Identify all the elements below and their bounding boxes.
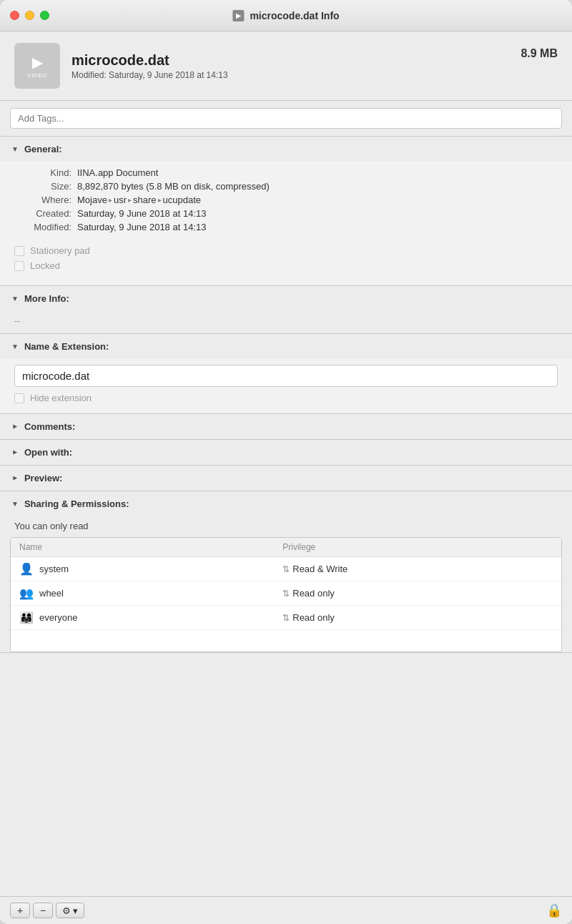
open-with-triangle: ▼ bbox=[11, 449, 19, 456]
hide-extension-row: Hide extension bbox=[14, 393, 558, 403]
open-with-title: Open with: bbox=[24, 447, 72, 458]
username-system: system bbox=[39, 564, 69, 574]
name-extension-triangle: ▼ bbox=[11, 343, 19, 350]
open-with-section: ▼ Open with: bbox=[0, 440, 572, 466]
created-label: Created: bbox=[14, 208, 72, 219]
sharing-header[interactable]: ▼ Sharing & Permissions: bbox=[0, 491, 572, 516]
preview-header[interactable]: ▼ Preview: bbox=[0, 466, 572, 491]
privilege-everyone: Read only bbox=[292, 612, 335, 623]
kind-row: Kind: IINA.app Document bbox=[14, 167, 558, 178]
kind-label: Kind: bbox=[14, 167, 72, 178]
col-privilege: Privilege bbox=[274, 538, 561, 557]
stationery-row: Stationery pad bbox=[14, 245, 558, 256]
stationery-checkbox[interactable] bbox=[14, 246, 24, 256]
locked-row: Locked bbox=[14, 260, 558, 271]
general-section: ▼ General: Kind: IINA.app Document Size:… bbox=[0, 137, 572, 286]
locked-checkbox[interactable] bbox=[14, 261, 24, 271]
traffic-lights bbox=[10, 11, 49, 20]
more-info-triangle: ▼ bbox=[11, 295, 19, 303]
comments-header[interactable]: ▼ Comments: bbox=[0, 414, 572, 439]
user-icon-system: 👤 bbox=[19, 562, 34, 576]
privilege-wheel: Read only bbox=[292, 588, 335, 599]
username-wheel: wheel bbox=[39, 588, 64, 599]
open-with-header[interactable]: ▼ Open with: bbox=[0, 440, 572, 465]
remove-button[interactable]: − bbox=[33, 903, 53, 918]
permissions-note: You can only read bbox=[0, 516, 572, 537]
lock-icon[interactable]: 🔒 bbox=[546, 903, 562, 918]
privilege-cell-everyone: ⇅ Read only bbox=[274, 606, 561, 630]
file-header: ▶ VIDEO microcode.dat Modified: Saturday… bbox=[0, 31, 572, 101]
filename-input[interactable] bbox=[14, 365, 558, 387]
table-row: 👥 wheel ⇅ Read only bbox=[11, 581, 561, 606]
tags-input[interactable] bbox=[10, 108, 562, 129]
locked-label: Locked bbox=[30, 260, 60, 271]
gear-icon: ⚙ bbox=[62, 905, 71, 916]
more-info-section: ▼ More Info: -- bbox=[0, 286, 572, 334]
sharing-section: ▼ Sharing & Permissions: You can only re… bbox=[0, 491, 572, 653]
tags-section bbox=[0, 101, 572, 137]
titlebar: ▶ microcode.dat Info bbox=[0, 0, 572, 31]
table-spacer bbox=[11, 630, 561, 652]
file-modified-date: Modified: Saturday, 9 June 2018 at 14:13 bbox=[72, 70, 509, 80]
sort-arrows-wheel: ⇅ bbox=[282, 589, 290, 599]
created-value: Saturday, 9 June 2018 at 14:13 bbox=[77, 208, 206, 219]
user-cell-system: 👤 system bbox=[11, 557, 274, 581]
file-icon: ▶ VIDEO bbox=[14, 43, 60, 89]
privilege-cell-system: ⇅ Read & Write bbox=[274, 557, 561, 581]
user-icon-wheel: 👥 bbox=[19, 586, 34, 600]
add-button[interactable]: + bbox=[10, 903, 30, 918]
preview-triangle: ▼ bbox=[11, 475, 19, 482]
preview-section: ▼ Preview: bbox=[0, 466, 572, 491]
where-label: Where: bbox=[14, 195, 72, 205]
comments-section: ▼ Comments: bbox=[0, 414, 572, 440]
table-row: 👤 system ⇅ Read & Write bbox=[11, 557, 561, 581]
where-row: Where: Mojave ▸ usr ▸ share ▸ ucupdate bbox=[14, 195, 558, 205]
size-value: 8,892,870 bytes (5.8 MB on disk, compres… bbox=[77, 181, 270, 192]
comments-triangle: ▼ bbox=[11, 423, 19, 431]
hide-extension-label: Hide extension bbox=[30, 393, 92, 403]
hide-extension-checkbox[interactable] bbox=[14, 393, 24, 403]
col-name: Name bbox=[11, 538, 274, 557]
gear-button[interactable]: ⚙ ▾ bbox=[56, 903, 84, 918]
stationery-label: Stationery pad bbox=[30, 245, 90, 256]
name-extension-content: Hide extension bbox=[0, 359, 572, 413]
window-title: ▶ microcode.dat Info bbox=[232, 10, 339, 21]
file-info: microcode.dat Modified: Saturday, 9 June… bbox=[72, 52, 509, 80]
play-icon: ▶ bbox=[32, 54, 43, 71]
sharing-triangle: ▼ bbox=[11, 500, 19, 508]
modified-value: Saturday, 9 June 2018 at 14:13 bbox=[77, 222, 206, 232]
modified-row: Modified: Saturday, 9 June 2018 at 14:13 bbox=[14, 222, 558, 232]
more-info-content: -- bbox=[0, 311, 572, 333]
sort-arrows-system: ⇅ bbox=[282, 564, 290, 574]
file-size: 8.9 MB bbox=[521, 47, 558, 60]
permissions-table: Name Privilege 👤 system bbox=[10, 537, 562, 652]
general-title: General: bbox=[24, 144, 62, 154]
username-everyone: everyone bbox=[39, 612, 77, 623]
where-value: Mojave ▸ usr ▸ share ▸ ucupdate bbox=[77, 195, 201, 205]
name-extension-header[interactable]: ▼ Name & Extension: bbox=[0, 334, 572, 359]
close-button[interactable] bbox=[10, 11, 19, 20]
preview-title: Preview: bbox=[24, 473, 62, 483]
created-row: Created: Saturday, 9 June 2018 at 14:13 bbox=[14, 208, 558, 219]
chevron-down-icon: ▾ bbox=[73, 905, 78, 916]
size-row: Size: 8,892,870 bytes (5.8 MB on disk, c… bbox=[14, 181, 558, 192]
sharing-title: Sharing & Permissions: bbox=[24, 498, 129, 509]
kind-value: IINA.app Document bbox=[77, 167, 158, 178]
user-icon-everyone: 👨‍👩‍👧 bbox=[19, 611, 34, 624]
name-extension-section: ▼ Name & Extension: Hide extension bbox=[0, 334, 572, 414]
table-row: 👨‍👩‍👧 everyone ⇅ Read only bbox=[11, 606, 561, 630]
minimize-button[interactable] bbox=[25, 11, 34, 20]
privilege-system: Read & Write bbox=[292, 564, 347, 574]
size-label: Size: bbox=[14, 181, 72, 192]
general-header[interactable]: ▼ General: bbox=[0, 137, 572, 162]
user-cell-everyone: 👨‍👩‍👧 everyone bbox=[11, 606, 274, 630]
title-file-icon: ▶ bbox=[232, 10, 244, 21]
maximize-button[interactable] bbox=[40, 11, 49, 20]
user-cell-wheel: 👥 wheel bbox=[11, 581, 274, 606]
file-name: microcode.dat bbox=[72, 52, 509, 69]
modified-label: Modified: bbox=[14, 222, 72, 232]
privilege-cell-wheel: ⇅ Read only bbox=[274, 581, 561, 606]
sort-arrows-everyone: ⇅ bbox=[282, 613, 290, 623]
more-info-header[interactable]: ▼ More Info: bbox=[0, 286, 572, 311]
general-content: Kind: IINA.app Document Size: 8,892,870 … bbox=[0, 162, 572, 285]
